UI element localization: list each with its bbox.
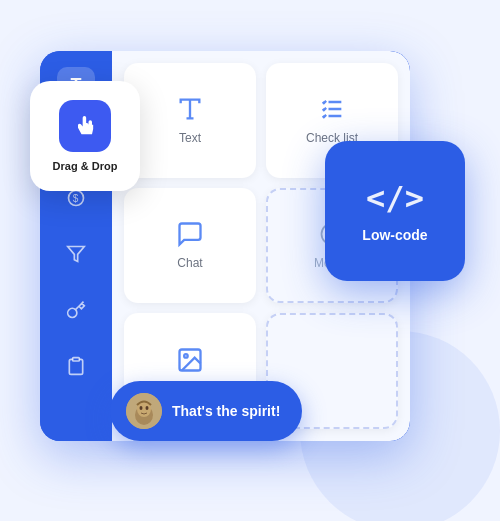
sidebar-icon-key[interactable] [57, 291, 95, 329]
chat-bubble: That's the spirit! [110, 381, 302, 441]
main-scene: T $ [20, 21, 480, 501]
low-code-icon: </> [366, 179, 424, 217]
avatar [126, 393, 162, 429]
drag-drop-label: Drag & Drop [53, 160, 118, 172]
svg-point-18 [146, 406, 149, 410]
picture-block-icon [176, 346, 204, 374]
block-chat[interactable]: Chat [124, 188, 256, 303]
svg-text:$: $ [73, 193, 79, 204]
svg-point-13 [184, 354, 188, 358]
sidebar-icon-filter[interactable] [57, 235, 95, 273]
block-chat-label: Chat [177, 256, 202, 270]
svg-rect-5 [73, 357, 80, 360]
chat-bubble-text: That's the spirit! [172, 403, 280, 419]
block-text-label: Text [179, 131, 201, 145]
block-text[interactable]: Text [124, 63, 256, 178]
drag-drop-icon [59, 100, 111, 152]
low-code-card[interactable]: </> Low-code [325, 141, 465, 281]
chat-block-icon [176, 220, 204, 248]
text-block-icon [176, 95, 204, 123]
svg-marker-4 [68, 246, 85, 261]
drag-drop-card[interactable]: Drag & Drop [30, 81, 140, 191]
sidebar-icon-clipboard[interactable] [57, 347, 95, 385]
svg-point-17 [140, 406, 143, 410]
checklist-block-icon [318, 95, 346, 123]
low-code-label: Low-code [362, 227, 427, 243]
